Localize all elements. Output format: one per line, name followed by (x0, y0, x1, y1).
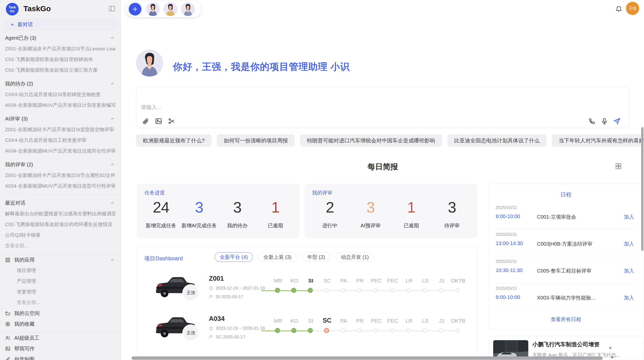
event-date: 2025/03/11 (496, 259, 636, 264)
project-flag: SC-2025-05-17 (209, 335, 245, 340)
my-apps-row[interactable]: 我的应用 (5, 254, 115, 265)
recent-chat-item[interactable]: C02-飞腾新能源轻客改款项目的闭环通告反馈情况 (5, 219, 115, 230)
add-assistant-button[interactable] (129, 3, 141, 16)
join-link[interactable]: 加入 (624, 214, 634, 220)
chevron-up-icon (110, 257, 115, 262)
panel-collapse-icon[interactable] (108, 5, 115, 12)
dates-text: 2023-12-19 ~ 2027-01-19 (216, 286, 265, 291)
view-all-schedule-link[interactable]: 查看所有日程 (489, 316, 643, 323)
dashboard-tabs: 全新平台 (4) 全新上装 (3) 年型 (2) 动总开发 (1) (215, 252, 374, 262)
send-icon[interactable] (613, 117, 621, 125)
join-link[interactable]: 加入 (624, 294, 634, 301)
apps-view-all[interactable]: 查看全部... (5, 297, 115, 308)
section-recent-chats[interactable]: 最近对话 (5, 197, 115, 208)
suggestion-chip[interactable]: 欧洲新规最近颁布了什么? (136, 134, 212, 147)
assistant-avatar[interactable] (181, 2, 195, 17)
paperclip-icon[interactable] (142, 117, 149, 125)
sidebar-item[interactable]: Z001-全新燃油皮卡产品开发项目SI节点Lesson Learn报告 (5, 43, 115, 54)
stats-row: 2进行中 3AI预评审 1已逾期 3待评审 (310, 199, 472, 229)
stat-value: 3 (432, 199, 472, 216)
apps-grid-icon (5, 257, 10, 263)
scroll-right-arrow-icon[interactable]: ▶ (611, 354, 614, 359)
milestone-ko: KO (286, 310, 302, 341)
chat-input[interactable]: 请输入... (136, 87, 630, 128)
sidebar-item[interactable]: C02-飞腾新能源轻客改款项目立项汇报方案 (5, 65, 115, 76)
sidebar-item[interactable]: A034-全新新能源MUV产品开发项目计划变更表编写 (5, 100, 115, 111)
tab-year-model[interactable]: 年型 (2) (302, 252, 330, 262)
recent-chat-item[interactable]: 解释最新出台的欧盟报废车法规再生塑料比例被调至15%... (5, 208, 115, 219)
favorites-row[interactable]: 我的收藏 (5, 319, 115, 329)
favorites-label: 我的收藏 (14, 319, 35, 329)
join-link[interactable]: 加入 (624, 267, 634, 274)
mic-icon[interactable] (601, 117, 608, 125)
sidebar-item[interactable]: A034-全新新能源MUV产品开发项目造型可行性评审 (5, 181, 115, 191)
tab-powertrain[interactable]: 动总开发 (1) (336, 252, 374, 262)
card-title: 任务进度 (144, 189, 165, 196)
flag-icon (209, 295, 213, 299)
milestone-timeline: MR KO SI SC PA PR PEC FEC LR LS J1 OKTB (270, 310, 466, 350)
sidebar-item[interactable]: C0X4-动力总成开发项目工程变更评审 (5, 135, 115, 146)
help-write-row[interactable]: 帮我写作 (5, 343, 115, 354)
tab-all-platform[interactable]: 全新平台 (4) (215, 252, 253, 262)
grid-toggle-icon[interactable] (615, 163, 622, 170)
recent-chat-item[interactable]: 公司Q3轻卡销量 (5, 230, 115, 241)
suggestion-chips: 欧洲新规最近颁布了什么? 如何写一份清晰的项目周报 特朗普可能对进口汽车增税会对… (136, 134, 630, 147)
recent-view-all[interactable]: 查看全部... (5, 241, 115, 251)
sidebar-item[interactable]: C0X4-动力总成开发项目SI里程碑提交物检查 (5, 89, 115, 100)
milestone-dot-pending (374, 288, 378, 292)
user-avatar[interactable]: 王强 (626, 2, 639, 15)
horizontal-scrollbar[interactable] (131, 356, 603, 360)
sidebar-item[interactable]: Z001-全新燃油轻卡产品开发项目SI节点属性5D文件评审 (5, 170, 115, 181)
milestone-dot-done (291, 328, 296, 333)
new-chat-button[interactable]: ＋ 新对话 (5, 19, 115, 30)
scissors-icon[interactable] (168, 117, 175, 125)
stat: 24新增完成任务 (142, 199, 180, 229)
app-item-change[interactable]: 变更管理 (5, 287, 115, 297)
section-my-review[interactable]: 我的评审 (2) (5, 159, 115, 170)
join-link[interactable]: 加入 (624, 241, 634, 247)
chevron-up-icon (110, 81, 115, 86)
my-apps-label: 我的应用 (14, 254, 35, 265)
section-ai-review[interactable]: AI评审 (3) (5, 113, 115, 124)
schedule-event: 2025/03/11 9:00-10:00 C001-立项审批会 加入 (496, 205, 636, 230)
suggestion-chip[interactable]: 当下年轻人对汽车外观有怎样的喜好趋势 (552, 134, 644, 147)
milestone-pa: PA (335, 310, 352, 341)
section-title: Agent已办 (3) (5, 35, 36, 41)
cloud-space-row[interactable]: 我的云空间 (5, 308, 115, 319)
suggestion-chip[interactable]: 如何写一份清晰的项目周报 (217, 134, 295, 147)
suggestion-chip[interactable]: 比亚迪全固态电池计划具体说了什么 (447, 134, 547, 147)
assistant-avatar[interactable] (145, 2, 160, 17)
sidebar-item[interactable]: C02-飞腾新能源轻客改款项目里程碑画布 (5, 54, 115, 65)
assistant-avatar[interactable] (163, 2, 178, 17)
image-icon[interactable] (155, 117, 162, 125)
project-dashboard-card: 项目Dashboard 全新平台 (4) 全新上装 (3) 年型 (2) 动总开… (137, 246, 477, 356)
stat-value: 3 (350, 199, 391, 216)
event-date: 2025/03/11 (496, 286, 636, 291)
project-row[interactable]: 王强 A034 2023-12-19 ~ 2026-01-19 SC-2025-… (137, 310, 477, 350)
chevron-up-icon (110, 200, 115, 205)
section-title: 我的评审 (2) (5, 162, 33, 167)
sidebar-item[interactable]: A034-全新新能源MUV产品开发项目法规符合性评审 (5, 146, 115, 156)
phone-icon[interactable] (588, 117, 596, 125)
scroll-down-arrow-icon[interactable]: ▼ (608, 346, 612, 351)
suggestion-chip[interactable]: 特朗普可能对进口汽车增税会对中国车企造成哪些影响 (300, 134, 442, 147)
ai-staff-row[interactable]: AI超级员工 (5, 333, 115, 343)
creative-draw-row[interactable]: 创意制图 (5, 354, 115, 360)
project-row[interactable]: 王强 Z001 2023-12-19 ~ 2027-01-19 SI-2025-… (137, 270, 477, 310)
app-item-product[interactable]: 产品管理 (5, 276, 115, 287)
milestone-dot-done (291, 288, 296, 293)
section-my-todo[interactable]: 我的待办 (2) (5, 78, 115, 89)
milestone-dot-pending (456, 328, 460, 333)
section-agent-done[interactable]: Agent已办 (3) (5, 32, 115, 43)
stat: 3我的待办 (218, 199, 256, 229)
sidebar-item[interactable]: Z001-全新燃油轻卡产品开发项目SI造型提交物评审 (5, 124, 115, 135)
stat-value: 1 (391, 199, 432, 216)
milestone-si: SI (303, 310, 319, 341)
app-item-project[interactable]: 项目管理 (5, 265, 115, 276)
project-row-partial[interactable] (137, 350, 477, 356)
milestone-dot-pending (423, 328, 427, 333)
milestone-dot-pending (357, 328, 361, 333)
vertical-scrollbar[interactable] (641, 127, 643, 251)
tab-new-body[interactable]: 全新上装 (3) (258, 252, 297, 262)
bell-icon[interactable] (615, 5, 622, 12)
